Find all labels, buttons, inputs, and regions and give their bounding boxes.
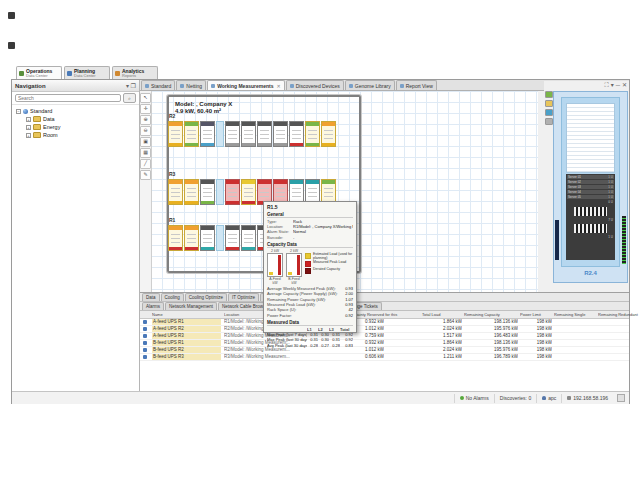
editor-tab-standard[interactable]: Standard [141, 80, 175, 90]
rack[interactable] [289, 121, 304, 147]
rack[interactable] [225, 225, 240, 251]
rack-unit-line [308, 138, 317, 139]
server-row[interactable]: Server 031 U [567, 185, 614, 189]
bottom-tab-cooling-optimize[interactable]: Cooling Optimize [185, 293, 227, 301]
rack[interactable] [216, 225, 224, 251]
tree-expand-icon[interactable]: − [16, 109, 21, 114]
column-header-name[interactable]: Name [152, 312, 220, 317]
palette-item[interactable] [545, 100, 553, 107]
rack-elevation[interactable]: Server 011 UServer 021 UServer 031 UServ… [561, 97, 620, 267]
rack-capacity-bar [242, 201, 255, 204]
table-row[interactable]: B-feed UPS R1R1/Model: /Working Measurem… [140, 340, 629, 347]
patch-panel-device-1[interactable] [568, 205, 613, 218]
tree-expand-icon[interactable]: + [26, 125, 31, 130]
tree-expand-icon[interactable]: + [26, 133, 31, 138]
rack[interactable] [200, 121, 215, 147]
rack[interactable] [321, 121, 336, 147]
app-toolbar-icon[interactable] [8, 42, 15, 49]
close-tab-icon[interactable]: ✕ [276, 83, 280, 89]
rack[interactable] [305, 121, 320, 147]
tree-item-standard[interactable]: −Standard [12, 107, 139, 115]
rack[interactable] [200, 179, 215, 205]
perspective-tab-analytics[interactable]: AnalyticsReports [112, 66, 158, 79]
annotate-tool-icon[interactable]: ✎ [140, 170, 151, 180]
patch-panel-device-2[interactable] [568, 222, 613, 235]
server-row[interactable]: Server 041 U [567, 190, 614, 194]
ups-total-cell: 1.211 kW [422, 354, 462, 360]
rack[interactable] [184, 225, 199, 251]
editor-tab-working-measurements[interactable]: Working Measurements✕ [207, 80, 285, 90]
palette-item[interactable] [545, 109, 553, 116]
table-row[interactable]: A-feed UPS R3R3/Model: /Working Measurem… [140, 333, 629, 340]
pan-tool-icon[interactable]: ✛ [140, 104, 151, 114]
column-header-redundant[interactable]: Remaining Redundant [598, 312, 640, 317]
rack[interactable] [216, 121, 224, 147]
table-row[interactable]: A-feed UPS R2R2/Model: /Working Measurem… [140, 326, 629, 333]
table-row[interactable]: A-feed UPS R1R1/Model: /Working Measurem… [140, 319, 629, 326]
bottom-tab-network-management[interactable]: Network Management [165, 302, 217, 310]
table-row[interactable]: B-feed UPS R2R2/Model: /Working Measurem… [140, 347, 629, 354]
search-icon[interactable]: ⌕ [123, 93, 136, 103]
server-row[interactable]: Server 011 U [567, 175, 614, 179]
tree-item-room[interactable]: +Room [12, 131, 139, 139]
palette-item[interactable] [545, 118, 553, 125]
window-icon[interactable]: ▾ [611, 82, 614, 89]
tree-item-data[interactable]: +Data [12, 115, 139, 123]
rack[interactable] [168, 225, 183, 251]
column-header-single[interactable]: Remaining Single [554, 312, 596, 317]
editor-tab-netting[interactable]: Netting [176, 80, 206, 90]
search-input[interactable] [15, 94, 121, 102]
ups-row-icon [143, 334, 147, 338]
tree-item-energy[interactable]: +Energy [12, 123, 139, 131]
rack-pdu-left[interactable] [555, 220, 559, 260]
rack[interactable] [241, 179, 256, 205]
navigation-panel: Navigation ▾ ❐ ⌕ −Standard+Data+Energy+R… [12, 80, 140, 391]
fit-view-tool-icon[interactable]: ▣ [140, 137, 151, 147]
column-header-limit[interactable]: Power Limit [520, 312, 552, 317]
perspective-tab-operations[interactable]: OperationsData Center [16, 66, 62, 79]
status-resize-handle[interactable] [617, 394, 625, 402]
measure-tool-icon[interactable]: ╱ [140, 159, 151, 169]
rack[interactable] [200, 225, 215, 251]
grid-tool-icon[interactable]: ▦ [140, 148, 151, 158]
empty-u-slots[interactable] [566, 103, 615, 173]
rack-unit-line [292, 138, 301, 139]
editor-tab-discovered-devices[interactable]: Discovered Devices [286, 80, 344, 90]
bottom-tab-cooling[interactable]: Cooling [161, 293, 184, 301]
server-row[interactable]: Server 021 U [567, 180, 614, 184]
rack[interactable] [184, 179, 199, 205]
rack[interactable] [168, 121, 183, 147]
app-menu-icon[interactable] [8, 12, 15, 19]
rack[interactable] [225, 121, 240, 147]
server-row[interactable]: Server 051 U [567, 195, 614, 199]
rack[interactable] [273, 121, 288, 147]
derated-capacity-stripe [297, 255, 300, 275]
zoom-in-tool-icon[interactable]: ⊕ [140, 115, 151, 125]
window-icon[interactable]: ⛶ [604, 82, 608, 89]
rack[interactable] [184, 121, 199, 147]
perspective-tab-planning[interactable]: PlanningData Center [64, 66, 110, 79]
zoom-out-tool-icon[interactable]: ⊖ [140, 126, 151, 136]
window-icon[interactable]: ─ [616, 82, 620, 89]
palette-item[interactable] [545, 91, 553, 98]
editor-tab-icon [349, 84, 353, 88]
column-header-total[interactable]: Total Load [422, 312, 462, 317]
bottom-tab-alarms[interactable]: Alarms [142, 302, 164, 310]
select-tool-icon[interactable]: ↖ [140, 93, 151, 103]
editor-tab-report-view[interactable]: Report View [396, 80, 437, 90]
editor-tab-genome-library[interactable]: Genome Library [345, 80, 395, 90]
window-icon[interactable]: ✕ [622, 82, 627, 89]
bottom-tab-data[interactable]: Data [142, 293, 160, 301]
bottom-tab-it-optimize[interactable]: IT Optimize [228, 293, 259, 301]
rack[interactable] [216, 179, 224, 205]
rack[interactable] [225, 179, 240, 205]
column-header-remaining[interactable]: Remaining Capacity [464, 312, 518, 317]
table-row[interactable]: B-feed UPS R3R3/Model: /Working Measurem… [140, 354, 629, 361]
tree-expand-icon[interactable]: + [26, 117, 31, 122]
rack[interactable] [168, 179, 183, 205]
power-strip-right[interactable] [622, 216, 626, 264]
rack[interactable] [241, 225, 256, 251]
rack[interactable] [257, 121, 272, 147]
rack[interactable] [241, 121, 256, 147]
rack-top-bar [185, 226, 198, 230]
